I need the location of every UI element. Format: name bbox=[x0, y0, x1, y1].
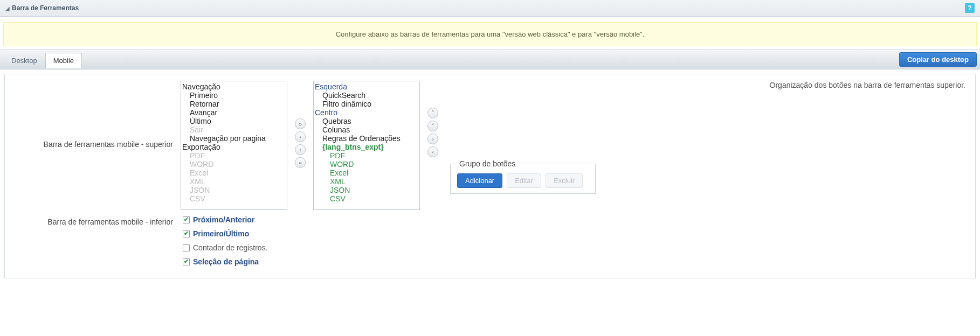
list-item-disabled: Sair bbox=[182, 125, 286, 134]
list-item[interactable]: Colunas bbox=[315, 125, 418, 134]
list-item[interactable]: Quebras bbox=[315, 117, 418, 125]
description-text: Organização dos botões na barra de ferra… bbox=[450, 81, 969, 89]
list-group: Centro bbox=[315, 108, 418, 117]
selected-buttons-list[interactable]: Esquerda QuickSearch Filtro dinâmico Cen… bbox=[313, 81, 420, 210]
move-all-left-button[interactable]: « bbox=[295, 157, 306, 168]
fieldset-legend: Grupo de botões bbox=[457, 159, 517, 168]
delete-button: Excluir bbox=[546, 173, 583, 188]
panel-header: ◢ Barra de Ferramentas ? bbox=[0, 0, 980, 17]
info-banner: Configure abaixo as barras de ferramenta… bbox=[3, 22, 977, 46]
list-item[interactable]: Excel bbox=[315, 169, 418, 177]
check-record-counter[interactable]: Contador de registros. bbox=[183, 243, 268, 252]
inferior-label: Barra de ferramentas mobile - inferior bbox=[11, 215, 173, 226]
checkbox-icon[interactable] bbox=[183, 258, 190, 265]
tab-bar: Desktop Mobile Copiar do desktop bbox=[0, 50, 980, 69]
edit-button: Editar bbox=[507, 173, 541, 188]
list-item[interactable]: JSON bbox=[315, 186, 418, 194]
tab-desktop[interactable]: Desktop bbox=[3, 53, 45, 68]
list-group: Navegação bbox=[182, 82, 286, 91]
list-item[interactable]: CSV bbox=[315, 194, 418, 203]
panel-title: Barra de Ferramentas bbox=[12, 4, 79, 12]
order-button-group: ˄ ˅ › ‹ bbox=[427, 81, 438, 157]
check-prev-next[interactable]: Próximo/Anterior bbox=[183, 215, 268, 224]
move-up-button[interactable]: ˄ bbox=[427, 108, 438, 118]
transfer-button-group: » › ‹ « bbox=[295, 81, 306, 168]
check-label: Seleção de página bbox=[193, 257, 259, 266]
list-item[interactable]: Avançar bbox=[182, 108, 286, 117]
list-item[interactable]: Regras de Ordenações bbox=[315, 134, 418, 143]
superior-label: Barra de ferramentas mobile - superior bbox=[11, 81, 173, 149]
inferior-options: Próximo/Anterior Primeiro/Último Contado… bbox=[181, 215, 268, 266]
tab-mobile[interactable]: Mobile bbox=[45, 53, 82, 68]
available-buttons-list[interactable]: Navegação Primeiro Retornar Avançar Últi… bbox=[181, 81, 287, 210]
button-group-fieldset: Grupo de botões Adicionar Editar Excluir bbox=[450, 159, 596, 194]
list-item[interactable]: PDF bbox=[315, 151, 418, 160]
check-page-select[interactable]: Seleção de página bbox=[183, 257, 268, 266]
superior-row: Barra de ferramentas mobile - superior N… bbox=[11, 81, 969, 210]
list-item[interactable]: Primeiro bbox=[182, 91, 286, 100]
list-group: Exportação bbox=[182, 143, 286, 151]
list-group: Esquerda bbox=[315, 82, 418, 91]
list-group-expt: {lang_btns_expt} bbox=[315, 143, 418, 151]
move-down-button[interactable]: ˅ bbox=[427, 121, 438, 131]
copy-from-desktop-button[interactable]: Copiar do desktop bbox=[899, 52, 977, 67]
check-label: Contador de registros. bbox=[193, 243, 268, 252]
list-item[interactable]: XML bbox=[315, 177, 418, 186]
list-item-disabled: XML bbox=[182, 177, 286, 186]
list-item-disabled: CSV bbox=[182, 194, 286, 203]
check-label: Próximo/Anterior bbox=[193, 215, 254, 224]
move-right-alt-button[interactable]: › bbox=[427, 134, 438, 144]
move-left-button[interactable]: ‹ bbox=[295, 144, 306, 155]
list-item-disabled: JSON bbox=[182, 186, 286, 194]
check-label: Primeiro/Último bbox=[193, 229, 249, 238]
checkbox-icon[interactable] bbox=[183, 216, 190, 223]
check-first-last[interactable]: Primeiro/Último bbox=[183, 229, 268, 238]
list-item-disabled: PDF bbox=[182, 151, 286, 160]
right-panel: Organização dos botões na barra de ferra… bbox=[446, 81, 969, 194]
list-item[interactable]: WORD bbox=[315, 160, 418, 169]
list-item[interactable]: QuickSearch bbox=[315, 91, 418, 100]
checkbox-icon[interactable] bbox=[183, 244, 190, 251]
collapse-toggle-icon[interactable]: ◢ bbox=[5, 5, 10, 11]
move-right-button[interactable]: › bbox=[295, 131, 306, 142]
move-left-alt-button[interactable]: ‹ bbox=[427, 146, 438, 157]
list-item[interactable]: Retornar bbox=[182, 100, 286, 108]
help-button[interactable]: ? bbox=[965, 3, 975, 13]
list-item-disabled: WORD bbox=[182, 160, 286, 169]
add-button[interactable]: Adicionar bbox=[457, 173, 502, 188]
list-item-disabled: Excel bbox=[182, 169, 286, 177]
list-item[interactable]: Último bbox=[182, 117, 286, 125]
config-panel: Barra de ferramentas mobile - superior N… bbox=[4, 74, 976, 278]
checkbox-icon[interactable] bbox=[183, 230, 190, 237]
inferior-row: Barra de ferramentas mobile - inferior P… bbox=[11, 215, 969, 266]
move-all-right-button[interactable]: » bbox=[295, 118, 306, 129]
list-item[interactable]: Navegação por pagina bbox=[182, 134, 286, 143]
list-item[interactable]: Filtro dinâmico bbox=[315, 100, 418, 108]
